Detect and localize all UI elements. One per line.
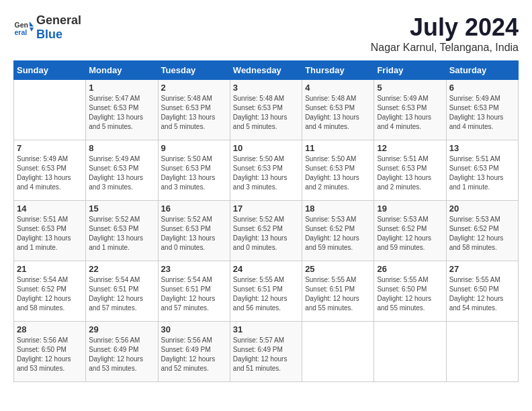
weekday-header-saturday: Saturday [446,61,518,80]
calendar-cell: 3Sunrise: 5:48 AM Sunset: 6:53 PM Daylig… [230,80,302,140]
calendar-cell: 22Sunrise: 5:54 AM Sunset: 6:51 PM Dayli… [86,261,158,322]
day-info: Sunrise: 5:49 AM Sunset: 6:53 PM Dayligh… [449,94,515,132]
day-info: Sunrise: 5:51 AM Sunset: 6:53 PM Dayligh… [17,215,83,253]
calendar-table: SundayMondayTuesdayWednesdayThursdayFrid… [13,60,519,382]
day-number: 7 [17,143,83,153]
calendar-cell: 11Sunrise: 5:50 AM Sunset: 6:53 PM Dayli… [302,140,374,201]
day-number: 12 [377,143,443,153]
calendar-cell: 1Sunrise: 5:47 AM Sunset: 6:53 PM Daylig… [86,80,158,140]
calendar-cell: 15Sunrise: 5:52 AM Sunset: 6:53 PM Dayli… [86,201,158,261]
day-info: Sunrise: 5:57 AM Sunset: 6:49 PM Dayligh… [233,336,299,373]
day-number: 18 [305,203,371,214]
weekday-header-friday: Friday [374,61,446,80]
calendar-cell: 9Sunrise: 5:50 AM Sunset: 6:53 PM Daylig… [158,140,230,201]
title-area: July 2024 Nagar Karnul, Telangana, India [371,13,519,54]
calendar-cell: 12Sunrise: 5:51 AM Sunset: 6:53 PM Dayli… [374,140,446,201]
calendar-cell: 4Sunrise: 5:48 AM Sunset: 6:53 PM Daylig… [302,80,374,140]
day-info: Sunrise: 5:56 AM Sunset: 6:49 PM Dayligh… [161,336,227,373]
day-info: Sunrise: 5:55 AM Sunset: 6:50 PM Dayligh… [449,275,515,313]
logo: Gen eral General Blue [13,13,81,42]
calendar-cell: 6Sunrise: 5:49 AM Sunset: 6:53 PM Daylig… [446,80,518,140]
weekday-header-sunday: Sunday [14,61,86,80]
svg-marker-2 [30,21,34,27]
calendar-cell: 23Sunrise: 5:54 AM Sunset: 6:51 PM Dayli… [158,261,230,322]
calendar-cell [14,80,86,140]
calendar-cell [446,322,518,382]
day-number: 16 [161,203,227,214]
logo-blue: Blue [36,28,62,41]
day-number: 5 [377,83,443,93]
day-info: Sunrise: 5:56 AM Sunset: 6:50 PM Dayligh… [17,336,83,373]
calendar-week-row: 28Sunrise: 5:56 AM Sunset: 6:50 PM Dayli… [14,322,519,382]
day-number: 24 [233,264,299,274]
logo-text: General Blue [36,13,81,42]
calendar-week-row: 21Sunrise: 5:54 AM Sunset: 6:52 PM Dayli… [14,261,519,322]
day-number: 25 [305,264,371,274]
calendar-week-row: 1Sunrise: 5:47 AM Sunset: 6:53 PM Daylig… [14,80,519,140]
calendar-cell: 29Sunrise: 5:56 AM Sunset: 6:49 PM Dayli… [86,322,158,382]
day-number: 11 [305,143,371,153]
weekday-header-tuesday: Tuesday [158,61,230,80]
svg-text:eral: eral [15,28,28,36]
day-number: 21 [17,264,83,274]
calendar-cell: 10Sunrise: 5:50 AM Sunset: 6:53 PM Dayli… [230,140,302,201]
day-info: Sunrise: 5:48 AM Sunset: 6:53 PM Dayligh… [233,94,299,132]
calendar-cell: 17Sunrise: 5:52 AM Sunset: 6:52 PM Dayli… [230,201,302,261]
logo-icon: Gen eral [13,17,34,38]
calendar-cell: 2Sunrise: 5:48 AM Sunset: 6:53 PM Daylig… [158,80,230,140]
day-info: Sunrise: 5:48 AM Sunset: 6:53 PM Dayligh… [305,94,371,132]
day-number: 8 [89,143,154,153]
day-info: Sunrise: 5:52 AM Sunset: 6:53 PM Dayligh… [161,215,227,253]
weekday-header-wednesday: Wednesday [230,61,302,80]
calendar-cell: 5Sunrise: 5:49 AM Sunset: 6:53 PM Daylig… [374,80,446,140]
day-number: 4 [305,83,371,93]
calendar-week-row: 7Sunrise: 5:49 AM Sunset: 6:53 PM Daylig… [14,140,519,201]
day-number: 10 [233,143,299,153]
calendar-cell [374,322,446,382]
calendar-cell: 18Sunrise: 5:53 AM Sunset: 6:52 PM Dayli… [302,201,374,261]
day-number: 13 [449,143,515,153]
weekday-header-thursday: Thursday [302,61,374,80]
day-info: Sunrise: 5:50 AM Sunset: 6:53 PM Dayligh… [305,154,371,192]
day-number: 22 [89,264,154,274]
calendar-cell: 25Sunrise: 5:55 AM Sunset: 6:51 PM Dayli… [302,261,374,322]
day-info: Sunrise: 5:49 AM Sunset: 6:53 PM Dayligh… [89,154,154,192]
day-info: Sunrise: 5:54 AM Sunset: 6:52 PM Dayligh… [17,275,83,313]
day-info: Sunrise: 5:52 AM Sunset: 6:52 PM Dayligh… [233,215,299,253]
calendar-cell: 20Sunrise: 5:53 AM Sunset: 6:52 PM Dayli… [446,201,518,261]
day-info: Sunrise: 5:48 AM Sunset: 6:53 PM Dayligh… [161,94,227,132]
day-number: 20 [449,203,515,214]
day-info: Sunrise: 5:55 AM Sunset: 6:51 PM Dayligh… [305,275,371,313]
day-number: 2 [161,83,227,93]
month-title: July 2024 [371,13,519,42]
day-number: 19 [377,203,443,214]
day-number: 3 [233,83,299,93]
calendar-cell: 24Sunrise: 5:55 AM Sunset: 6:51 PM Dayli… [230,261,302,322]
calendar-cell: 16Sunrise: 5:52 AM Sunset: 6:53 PM Dayli… [158,201,230,261]
day-number: 9 [161,143,227,153]
day-number: 6 [449,83,515,93]
day-number: 15 [89,203,154,214]
calendar-cell: 14Sunrise: 5:51 AM Sunset: 6:53 PM Dayli… [14,201,86,261]
calendar-week-row: 14Sunrise: 5:51 AM Sunset: 6:53 PM Dayli… [14,201,519,261]
calendar-cell: 7Sunrise: 5:49 AM Sunset: 6:53 PM Daylig… [14,140,86,201]
calendar-cell: 19Sunrise: 5:53 AM Sunset: 6:52 PM Dayli… [374,201,446,261]
day-info: Sunrise: 5:51 AM Sunset: 6:53 PM Dayligh… [377,154,443,192]
weekday-header-row: SundayMondayTuesdayWednesdayThursdayFrid… [14,61,519,80]
weekday-header-monday: Monday [86,61,158,80]
day-info: Sunrise: 5:56 AM Sunset: 6:49 PM Dayligh… [89,336,154,373]
day-number: 28 [17,324,83,334]
calendar-cell: 26Sunrise: 5:55 AM Sunset: 6:50 PM Dayli… [374,261,446,322]
calendar-cell: 28Sunrise: 5:56 AM Sunset: 6:50 PM Dayli… [14,322,86,382]
day-info: Sunrise: 5:49 AM Sunset: 6:53 PM Dayligh… [17,154,83,192]
day-info: Sunrise: 5:50 AM Sunset: 6:53 PM Dayligh… [161,154,227,192]
day-number: 14 [17,203,83,214]
calendar-cell: 27Sunrise: 5:55 AM Sunset: 6:50 PM Dayli… [446,261,518,322]
page-header: Gen eral General Blue July 2024 Nagar Ka… [13,13,519,54]
day-info: Sunrise: 5:55 AM Sunset: 6:51 PM Dayligh… [233,275,299,313]
logo-general: General [36,13,81,27]
calendar-cell: 30Sunrise: 5:56 AM Sunset: 6:49 PM Dayli… [158,322,230,382]
calendar-cell: 13Sunrise: 5:51 AM Sunset: 6:53 PM Dayli… [446,140,518,201]
day-info: Sunrise: 5:47 AM Sunset: 6:53 PM Dayligh… [89,94,154,132]
day-number: 1 [89,83,154,93]
